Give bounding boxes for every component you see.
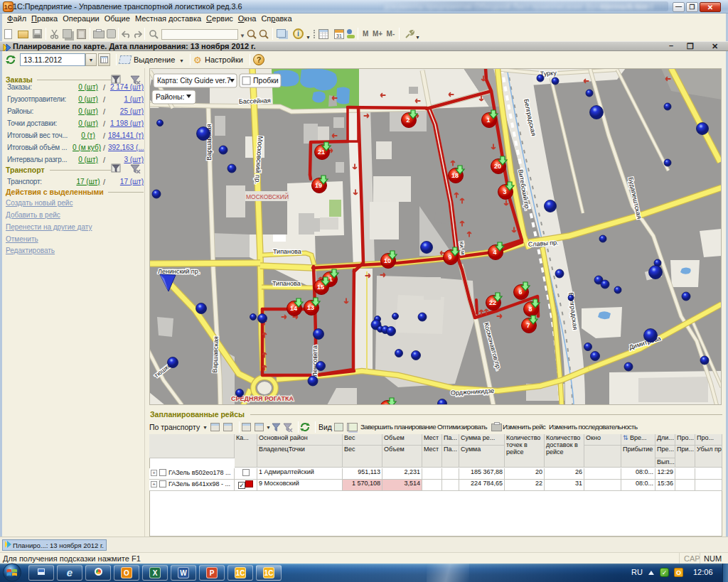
svg-text:7: 7 <box>526 322 530 329</box>
svg-text:3: 3 <box>503 188 506 195</box>
svg-text:13: 13 <box>307 304 314 311</box>
svg-text:Типанова: Типанова <box>272 280 301 287</box>
svg-text:1: 1 <box>486 117 490 124</box>
svg-text:8: 8 <box>528 306 532 313</box>
svg-text:20: 20 <box>494 163 501 170</box>
svg-text:Ленсовета: Ленсовета <box>311 345 318 377</box>
svg-text:Бассейная: Бассейная <box>239 97 271 105</box>
svg-text:10: 10 <box>384 257 391 264</box>
svg-text:9: 9 <box>448 254 451 261</box>
svg-text:Карта: City Guide ver.7: Карта: City Guide ver.7 <box>157 77 231 85</box>
svg-text:Пробки: Пробки <box>253 76 279 85</box>
svg-text:МОСКОВСКИЙ: МОСКОВСКИЙ <box>246 193 289 200</box>
svg-text:6: 6 <box>518 289 522 296</box>
svg-text:2: 2 <box>406 117 410 124</box>
svg-text:18: 18 <box>451 172 459 179</box>
svg-text:14: 14 <box>290 305 297 312</box>
svg-text:15: 15 <box>317 284 324 291</box>
svg-text:Районы:: Районы: <box>156 92 184 101</box>
svg-text:22: 22 <box>489 299 496 306</box>
svg-text:Варшавская: Варшавская <box>211 336 220 373</box>
svg-text:Типанова: Типанова <box>273 248 301 255</box>
svg-text:Ленинский пр.: Ленинский пр. <box>158 268 200 275</box>
svg-text:21: 21 <box>318 149 325 156</box>
svg-text:19: 19 <box>315 182 322 189</box>
svg-text:4: 4 <box>493 249 496 256</box>
